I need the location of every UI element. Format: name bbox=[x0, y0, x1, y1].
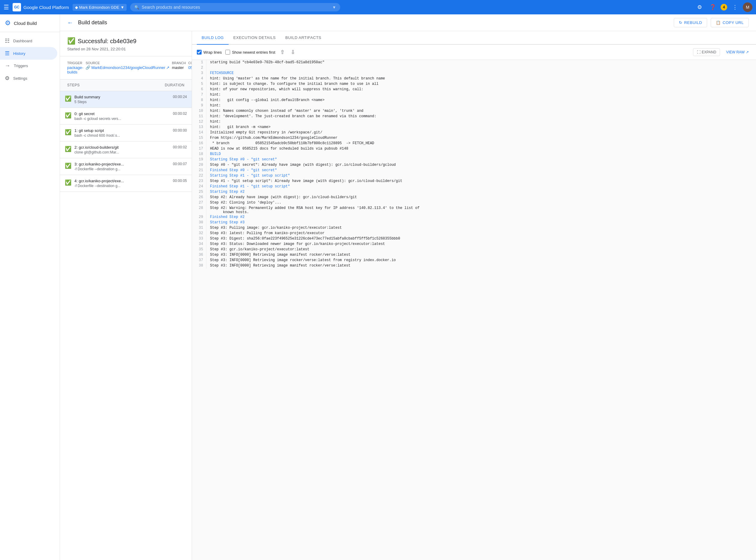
project-name: Mark Edmondson GDE bbox=[79, 5, 119, 9]
expand-button[interactable]: ⛶ EXPAND bbox=[693, 48, 720, 56]
avatar[interactable]: M bbox=[743, 2, 752, 12]
commit-label: Commit bbox=[188, 61, 192, 65]
notification-badge[interactable]: 4 bbox=[721, 4, 727, 11]
log-line-number: 12 bbox=[192, 119, 207, 125]
expand-icon: ⛶ bbox=[697, 50, 700, 54]
log-line: 21Finished Step #0 - "git secret" bbox=[192, 168, 756, 173]
log-line-content: BUILD bbox=[207, 152, 756, 157]
step-check-icon: ✅ bbox=[65, 95, 72, 102]
wrap-lines-checkbox-wrap[interactable]: Wrap lines bbox=[197, 50, 222, 55]
help-icon[interactable]: ❓ bbox=[707, 2, 718, 13]
log-line: 5hint: is subject to change. To configur… bbox=[192, 82, 756, 87]
project-dropdown-icon: ▼ bbox=[120, 5, 124, 9]
log-line-number: 1 bbox=[192, 60, 207, 65]
log-line: 33Step #3: Digest: sha256:0fae223f496525… bbox=[192, 236, 756, 242]
settings-icon: ⚙ bbox=[5, 75, 9, 82]
step-info: Build summary 5 Steps bbox=[74, 95, 170, 104]
google-cloud-logo: GC bbox=[13, 3, 21, 12]
step-duration: 00:00:00 bbox=[173, 128, 187, 133]
build-content: ✅ Successful: cb4e03e9 Started on 28 Nov… bbox=[60, 31, 756, 560]
log-toolbar-left: Wrap lines Show newest entries first ⇧ ⇩ bbox=[197, 48, 296, 57]
log-line: 12hint: bbox=[192, 119, 756, 125]
log-line: 35Step #3: gcr.io/kaniko-project/executo… bbox=[192, 247, 756, 253]
log-line-content: hint: of your new repositories, which wi… bbox=[207, 87, 756, 92]
step-item-2[interactable]: ✅ 2: gcr.io/cloud-builders/git clone git… bbox=[60, 141, 192, 158]
meta-source: Source 🔗 MarkEdmondson1234/googleCloudRu… bbox=[85, 61, 169, 74]
log-line-number: 5 bbox=[192, 82, 207, 87]
scroll-top-button[interactable]: ⇧ bbox=[279, 48, 286, 57]
log-line-content: Step #1 - "git setup script": Already ha… bbox=[207, 179, 756, 184]
search-bar[interactable]: 🔍 ▼ bbox=[130, 3, 340, 12]
cloud-shell-icon[interactable]: ⚙ bbox=[694, 2, 705, 13]
step-info: 1: git setup script bash -c chmod 600 /r… bbox=[74, 128, 170, 138]
log-line-number: 9 bbox=[192, 103, 207, 108]
step-item-4[interactable]: ✅ 4: gcr.io/kaniko-project/exe... -f Doc… bbox=[60, 175, 192, 192]
search-input[interactable] bbox=[141, 5, 330, 9]
step-duration: 00:00:24 bbox=[173, 95, 187, 99]
log-line-content: Step #3: INFO[0000] Retrieving image man… bbox=[207, 263, 756, 268]
step-item-3[interactable]: ✅ 3: gcr.io/kaniko-project/exe... -f Doc… bbox=[60, 158, 192, 175]
step-check-icon: ✅ bbox=[65, 162, 72, 169]
header-actions: ↻ REBUILD 📋 COPY URL bbox=[674, 18, 749, 27]
scroll-bottom-button[interactable]: ⇩ bbox=[290, 48, 296, 57]
project-selector[interactable]: ◆ Mark Edmondson GDE ▼ bbox=[73, 4, 127, 11]
sidebar-item-settings[interactable]: ⚙ Settings bbox=[0, 72, 57, 84]
log-line-content: hint: bbox=[207, 103, 756, 108]
rebuild-button[interactable]: ↻ REBUILD bbox=[674, 18, 707, 27]
log-line: 38Step #3: INFO[0000] Retrieving image m… bbox=[192, 263, 756, 268]
log-line-content: Step #2: Warning: Permanently added the … bbox=[207, 206, 756, 215]
log-line: 27Step #2: Cloning into 'deploy'... bbox=[192, 200, 756, 206]
step-name: 4: gcr.io/kaniko-project/exe... bbox=[74, 179, 170, 183]
log-line: 31Step #3: Pulling image: gcr.io/kaniko-… bbox=[192, 225, 756, 231]
brand-name: Google Cloud Platform bbox=[23, 5, 69, 10]
log-line: 26Step #2: Already have image (with dige… bbox=[192, 195, 756, 200]
log-line-content: Step #3: latest: Pulling from kaniko-pro… bbox=[207, 231, 756, 236]
meta-branch: Branch master bbox=[172, 61, 186, 74]
source-value[interactable]: 🔗 MarkEdmondson1234/googleCloudRunner ↗ bbox=[85, 65, 169, 70]
sidebar-item-history[interactable]: ☰ History bbox=[0, 47, 57, 60]
log-line-number: 11 bbox=[192, 114, 207, 119]
wrap-lines-checkbox[interactable] bbox=[197, 50, 201, 55]
sidebar: ⚙ Cloud Build ☷ Dashboard ☰ History → Tr… bbox=[0, 14, 60, 560]
log-line-content: Step #3: Status: Downloaded newer image … bbox=[207, 242, 756, 247]
log-line-number: 25 bbox=[192, 189, 207, 195]
log-line-content: hint: git config --global init.defaultBr… bbox=[207, 98, 756, 103]
build-started: Started on 28 Nov 2021, 22:20:01 bbox=[67, 47, 185, 51]
log-line-content: Step #2: Already have image (with digest… bbox=[207, 195, 756, 200]
trigger-value[interactable]: package-builds bbox=[67, 65, 83, 74]
tab-build-artifacts[interactable]: BUILD ARTIFACTS bbox=[280, 31, 326, 45]
build-status-text: Successful: cb4e03e9 bbox=[78, 38, 136, 45]
more-options-icon[interactable]: ⋮ bbox=[730, 2, 740, 13]
log-line-number: 22 bbox=[192, 173, 207, 179]
step-duration: 00:00:02 bbox=[173, 145, 187, 149]
top-navigation: ☰ GC Google Cloud Platform ◆ Mark Edmond… bbox=[0, 0, 756, 14]
show-newest-checkbox[interactable] bbox=[225, 50, 230, 55]
step-item-1[interactable]: ✅ 1: git setup script bash -c chmod 600 … bbox=[60, 125, 192, 141]
log-content[interactable]: 1starting build "cb4e03e9-702b-48cf-bad5… bbox=[192, 60, 756, 560]
copy-url-button[interactable]: 📋 COPY URL bbox=[711, 18, 749, 27]
tab-build-log[interactable]: BUILD LOG bbox=[197, 31, 229, 45]
log-line: 30Starting Step #3 bbox=[192, 220, 756, 225]
hamburger-menu-icon[interactable]: ☰ bbox=[4, 4, 9, 11]
sidebar-item-triggers[interactable]: → Triggers bbox=[0, 60, 57, 72]
meta-trigger: Trigger package-builds bbox=[67, 61, 83, 74]
step-info: 2: gcr.io/cloud-builders/git clone git@g… bbox=[74, 145, 170, 154]
log-line-number: 24 bbox=[192, 184, 207, 189]
step-item-summary[interactable]: ✅ Build summary 5 Steps 00:00:24 bbox=[60, 91, 192, 108]
copy-url-label: COPY URL bbox=[723, 20, 744, 25]
log-line: 10hint: Names commonly chosen instead of… bbox=[192, 108, 756, 114]
steps-col-header: Steps bbox=[67, 83, 80, 87]
step-item-0[interactable]: ✅ 0: git secret bash -c gcloud secrets v… bbox=[60, 108, 192, 125]
log-line-content: starting build "cb4e03e9-702b-48cf-bad5-… bbox=[207, 60, 756, 65]
log-line-content: Initialized empty Git repository in /wor… bbox=[207, 130, 756, 136]
log-line-number: 8 bbox=[192, 98, 207, 103]
back-button[interactable]: ← bbox=[67, 19, 73, 26]
tab-execution-details[interactable]: EXECUTION DETAILS bbox=[229, 31, 280, 45]
commit-value[interactable]: 0585215 ↗ bbox=[188, 65, 192, 70]
view-raw-button[interactable]: VIEW RAW ↗ bbox=[723, 48, 751, 56]
show-newest-checkbox-wrap[interactable]: Show newest entries first bbox=[225, 50, 275, 55]
sidebar-item-dashboard[interactable]: ☷ Dashboard bbox=[0, 35, 57, 47]
log-line-number: 17 bbox=[192, 146, 207, 152]
expand-label: EXPAND bbox=[702, 50, 716, 54]
log-line-content: Step #3: INFO[0000] Retrieving image man… bbox=[207, 253, 756, 258]
